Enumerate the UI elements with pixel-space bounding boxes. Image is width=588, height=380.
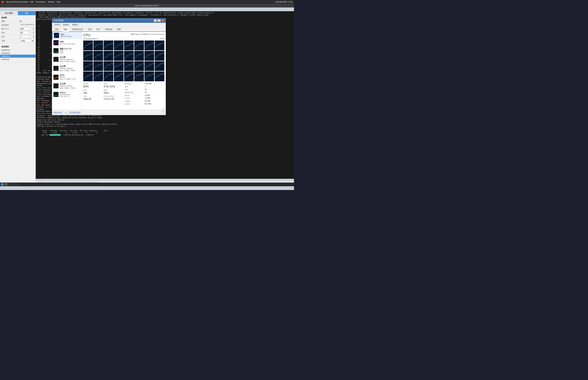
runtime-value: 5:22:52:49	[104, 98, 123, 100]
resource-monitor-link[interactable]: 打开资源监视器	[69, 111, 81, 114]
left-panel-tabs: 标注/预测 训练	[0, 11, 36, 15]
l1-value: 1.0 MB	[145, 97, 164, 99]
cpu-stat-handle: 句柄 165478	[83, 95, 103, 100]
tm-tabs: 进程 性能 应用历史记录 启动 用户 详细信息 服务	[52, 27, 166, 32]
memory-item-info: 内存 23.7/31.9 GB (74%)	[60, 40, 80, 45]
cpu-model: AMD Ryzen 9 5950X 16-Core Processor	[131, 33, 164, 35]
thread-value: 5832	[104, 92, 123, 94]
tm-cpu-panel: CPU AMD Ryzen 9 5950X 16-Core Processor …	[82, 32, 166, 110]
handle-value: 165478	[83, 98, 103, 100]
tab-annotate[interactable]: 标注/预测	[0, 11, 18, 15]
cpu-graph-8	[83, 51, 93, 61]
wifi-mini-graph	[54, 75, 58, 80]
cores-label: 内核:	[125, 88, 144, 91]
gpu-item-name: GPU 0	[60, 92, 80, 94]
cpu-item-detail: 60% 4.45 GHz	[60, 36, 80, 38]
app-name[interactable]: Microsoft Remote Desktop	[6, 1, 28, 3]
menu-window[interactable]: Window	[48, 1, 55, 3]
wifi-item-detail: WLAN发送: 5.0 接收: 0.2 M	[60, 76, 80, 80]
mac-menubar-right: 10月19日 周六 17:51	[275, 1, 293, 3]
tm-sidebar-gpu[interactable]: GPU 0 NVIDIA GeFor...15% (48 °C)	[52, 91, 82, 98]
eth1-graph-icon	[54, 57, 58, 62]
taskbar-icon-1[interactable]	[4, 183, 7, 186]
cpu-title: CPU	[83, 33, 90, 37]
tm-sidebar-memory[interactable]: 内存 23.7/31.9 GB (74%)	[52, 39, 82, 46]
tab-train[interactable]: 训练	[18, 11, 36, 15]
epochs-spinner[interactable]: ▲▼	[33, 31, 34, 34]
process-value: 280	[83, 92, 103, 94]
tm-sidebar-wifi[interactable]: Wi-Fi WLAN发送: 5.0 接收: 0.2 M	[52, 73, 82, 81]
menu-help[interactable]: Help	[57, 1, 60, 3]
param-row-batch: 批次 ▲▼	[0, 35, 36, 38]
tm-menu-view[interactable]: 查看(V)	[71, 23, 80, 26]
tm-window-controls: ─ □ ✕	[154, 19, 164, 22]
cpu-graph-31	[155, 72, 164, 81]
cpu-stats-right: 基准速度: 3.40 GHz 插槽: 1 内核: 16 逻辑处理器: 32 虚拟…	[125, 83, 165, 105]
cpu-graph-6	[144, 40, 154, 50]
tm-close[interactable]: ✕	[161, 19, 164, 22]
device-select[interactable]: cuda cpu	[19, 39, 34, 42]
tm-tab-startup[interactable]: 启动	[86, 27, 94, 32]
tm-minimize[interactable]: ─	[154, 19, 157, 22]
cpu-graph-10	[104, 51, 113, 61]
param-value-device[interactable]: cuda cpu	[18, 38, 36, 43]
menu-edit[interactable]: Edit	[30, 1, 34, 3]
cpu-graph-19	[114, 61, 124, 71]
memory-graph-icon	[54, 40, 58, 45]
cpu-graph-23	[155, 61, 164, 71]
imgsize-spinner[interactable]: ▲▼	[33, 27, 34, 30]
cpu-graph-1	[94, 40, 103, 50]
cpu-graph-3	[114, 40, 124, 50]
param-value-epochs[interactable]: ▲▼	[18, 31, 36, 35]
tm-sidebar-disk[interactable]: 磁盘 0 (C: D:) SSD23%	[52, 46, 82, 55]
tm-tab-users[interactable]: 用户	[94, 27, 102, 32]
cpu-graph-11	[114, 51, 124, 61]
tm-tab-services[interactable]: 服务	[115, 27, 123, 32]
cpu-graph-20	[124, 61, 134, 71]
tm-sidebar-eth1[interactable]: 以太网 VMware Network ...发送: 0 接收: 0 Kbps	[52, 55, 82, 64]
model-item-yolov8m[interactable]: yolov8m.pt	[0, 55, 36, 58]
model-item-yolov8n[interactable]: yolov8n.pt	[0, 48, 36, 52]
cpu-graph-2	[104, 40, 113, 50]
tm-tab-performance[interactable]: 性能	[61, 27, 69, 32]
param-label-device: 设备	[0, 38, 18, 43]
taskbar-icon-2[interactable]	[8, 183, 18, 186]
section-base-model: 基准模型	[0, 44, 36, 48]
cpu-item-info: CPU 60% 4.45 GHz	[60, 34, 80, 38]
rdp-titlebar: label:image@aa838ec80b47	[0, 4, 294, 7]
tm-sidebar-wsl[interactable]: 以太网 vEthernet (WSL)发送: 0 接收: 0 Kbps	[52, 81, 82, 91]
param-label-model: 基准模型	[0, 23, 18, 27]
tm-tab-process[interactable]: 进程	[53, 27, 61, 32]
eth2-item-detail: VMware Network ...发送: 0 接收: 0 Kbps	[60, 68, 80, 72]
tm-tab-app-history[interactable]: 应用历史记录	[70, 27, 85, 32]
tm-menu-options[interactable]: 选项(O)	[62, 23, 71, 26]
batch-spinner[interactable]: ▲▼	[33, 35, 34, 38]
param-value-imgsize[interactable]: ▲▼	[18, 27, 36, 31]
wsl-item-info: 以太网 vEthernet (WSL)发送: 0 接收: 0 Kbps	[60, 82, 80, 89]
gpu-item-info: GPU 0 NVIDIA GeFor...15% (48 °C)	[60, 92, 80, 97]
tm-maximize[interactable]: □	[158, 19, 161, 22]
resource-monitor-icon: 📊	[65, 112, 67, 113]
imgsize-input[interactable]	[19, 27, 30, 30]
batch-input[interactable]	[19, 35, 30, 38]
rdp-window: label:image@aa838ec80b47 标注/预测 训练 超参数 属性…	[0, 4, 294, 190]
model-item-yolov8s[interactable]: yolov8s.pt	[0, 52, 36, 55]
tm-tab-details[interactable]: 详细信息	[103, 27, 115, 32]
taskbar-start[interactable]	[1, 183, 4, 186]
cpu-stat-thread: 线程 5832	[104, 89, 123, 94]
section-super-params: 超参数	[0, 15, 36, 19]
cpu-graph-29	[134, 72, 144, 81]
param-value-batch[interactable]: ▲▼	[18, 35, 36, 38]
tm-sidebar-eth2[interactable]: 以太网 VMware Network ...发送: 0 接收: 0 Kbps	[52, 64, 82, 73]
apple-icon[interactable]: 🍎	[1, 1, 4, 3]
disk-item-detail: SSD23%	[60, 50, 80, 54]
tm-sidebar-cpu[interactable]: CPU 60% 4.45 GHz	[52, 32, 82, 39]
tm-menu-file[interactable]: 文件(F)	[53, 23, 62, 26]
model-item-yolov8l[interactable]: yolov8l.pt	[0, 58, 36, 61]
cpu-graph-24	[83, 72, 93, 81]
epochs-input[interactable]	[19, 31, 30, 34]
disk-item-info: 磁盘 0 (C: D:) SSD23%	[60, 47, 80, 54]
cpu-mini-graph	[54, 33, 59, 38]
menu-connections[interactable]: Connections	[36, 1, 46, 3]
summary-link[interactable]: 简略信息(D)	[54, 111, 63, 114]
